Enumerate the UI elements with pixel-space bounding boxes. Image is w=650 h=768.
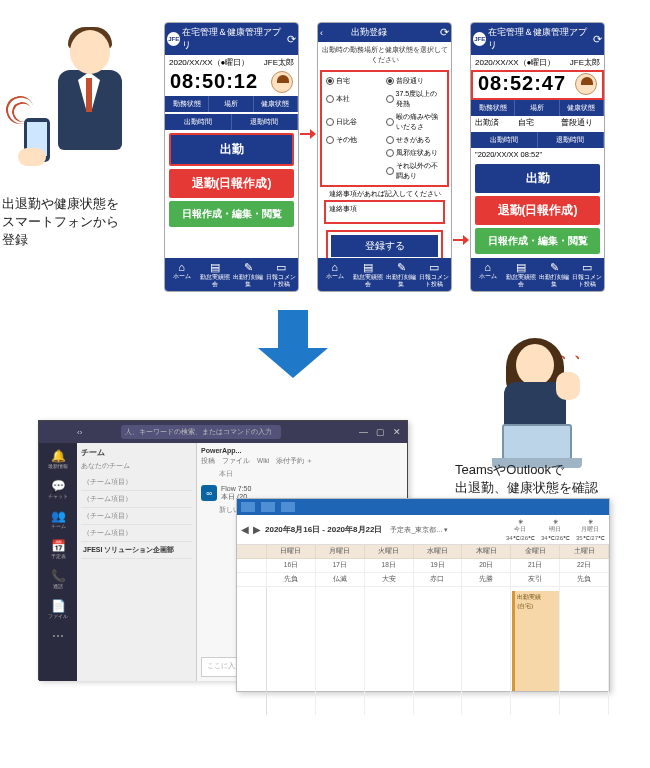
opt-other-place[interactable]: その他 bbox=[326, 135, 384, 145]
day-header: 火曜日 bbox=[365, 545, 414, 559]
nav-history[interactable]: ▤勤怠実績照会 bbox=[198, 261, 231, 288]
attend-button[interactable]: 出勤 bbox=[475, 164, 600, 193]
opt-cough[interactable]: せきがある bbox=[386, 135, 444, 145]
tab-status[interactable]: 勤務状態 bbox=[165, 96, 209, 112]
nav-comment[interactable]: ▭日報コメント投稿 bbox=[265, 261, 298, 288]
back-icon[interactable]: ‹ bbox=[320, 28, 323, 38]
next-week-icon[interactable]: ▶ bbox=[253, 524, 261, 535]
attend-button[interactable]: 出勤 bbox=[169, 133, 294, 166]
opt-other-ill[interactable]: それ以外の不調あり bbox=[386, 161, 444, 181]
opt-hibiya[interactable]: 日比谷 bbox=[326, 112, 384, 132]
team-item[interactable]: （チーム項目） bbox=[81, 508, 192, 525]
rokuyou: 大安 bbox=[365, 573, 414, 587]
nav-edit[interactable]: ✎出勤打刻編集 bbox=[538, 261, 571, 288]
tab-clock-out[interactable]: 退勤時間 bbox=[232, 114, 299, 130]
rail-calendar[interactable]: 📅予定表 bbox=[51, 539, 66, 559]
nav-comment[interactable]: ▭日報コメント投稿 bbox=[571, 261, 604, 288]
day-number[interactable]: 19日 bbox=[414, 559, 463, 573]
report-button[interactable]: 日報作成・編集・閲覧 bbox=[169, 201, 294, 227]
health-options-group: 自宅 普段通り 本社 37.5度以上の発熱 日比谷 喉の痛みや強いだるさ その他… bbox=[320, 70, 449, 187]
note-input[interactable]: 連絡事項 bbox=[324, 200, 445, 224]
date-range: 2020年8月16日 - 2020年8月22日 bbox=[265, 524, 382, 535]
calendar-selector[interactable]: 予定表_東京都... ▾ bbox=[390, 525, 448, 535]
nav-edit[interactable]: ✎出勤打刻編集 bbox=[232, 261, 265, 288]
opt-hq[interactable]: 本社 bbox=[326, 89, 384, 109]
list-icon: ▤ bbox=[198, 261, 231, 274]
rail-teams[interactable]: 👥チーム bbox=[51, 509, 66, 529]
refresh-icon[interactable]: ⟳ bbox=[287, 33, 296, 46]
calendar-icon: 📅 bbox=[51, 539, 66, 553]
leave-button[interactable]: 退勤(日報作成) bbox=[169, 169, 294, 198]
outlook-ribbon bbox=[237, 499, 609, 515]
rail-activity[interactable]: 🔔最新情報 bbox=[48, 449, 68, 469]
nav-comment[interactable]: ▭日報コメント投稿 bbox=[418, 261, 451, 288]
chat-icon: 💬 bbox=[48, 479, 68, 493]
report-button[interactable]: 日報作成・編集・閲覧 bbox=[475, 228, 600, 254]
day-number[interactable]: 22日 bbox=[560, 559, 609, 573]
nav-home[interactable]: ⌂ホーム bbox=[165, 261, 198, 288]
calendar-body[interactable]: 出勤実績(自宅) bbox=[237, 587, 609, 715]
ribbon-button[interactable] bbox=[261, 502, 275, 512]
refresh-icon[interactable]: ⟳ bbox=[440, 26, 449, 39]
chat-icon: ▭ bbox=[571, 261, 604, 274]
tab-place[interactable]: 場所 bbox=[515, 100, 559, 116]
calendar-event[interactable]: 出勤実績(自宅) bbox=[512, 591, 559, 691]
rail-chat[interactable]: 💬チャット bbox=[48, 479, 68, 499]
teams-search-input[interactable]: 人、キーワードの検索、またはコマンドの入力 bbox=[121, 425, 281, 439]
register-button[interactable]: 登録する bbox=[331, 235, 438, 257]
opt-home[interactable]: 自宅 bbox=[326, 76, 384, 86]
weather-strip: ☀今日34℃/26℃ ☀明日34℃/26℃ ☀月曜日35℃/27℃ bbox=[506, 518, 605, 541]
tab-status[interactable]: 勤務状態 bbox=[471, 100, 515, 116]
nav-history[interactable]: ▤勤怠実績照会 bbox=[504, 261, 537, 288]
jfe-logo-icon: JFE bbox=[167, 32, 180, 46]
refresh-icon[interactable]: ⟳ bbox=[593, 33, 602, 46]
team-item-active[interactable]: JFESI ソリューション企画部 bbox=[81, 542, 192, 559]
channel-tabs[interactable]: 投稿 ファイル Wiki 添付予約 ＋ bbox=[201, 457, 403, 466]
team-item[interactable]: （チーム項目） bbox=[81, 491, 192, 508]
date-label: 2020/XX/XX（●曜日） bbox=[169, 57, 249, 68]
tab-clock-in[interactable]: 出勤時間 bbox=[165, 114, 232, 130]
leave-button[interactable]: 退勤(日報作成) bbox=[475, 196, 600, 225]
rail-calls[interactable]: 📞通話 bbox=[51, 569, 66, 589]
nav-edit[interactable]: ✎出勤打刻編集 bbox=[385, 261, 418, 288]
tab-health[interactable]: 健康状態 bbox=[254, 96, 298, 112]
list-icon: ▤ bbox=[504, 261, 537, 274]
day-number[interactable]: 16日 bbox=[267, 559, 316, 573]
rail-more[interactable]: ⋯ bbox=[52, 629, 64, 643]
nav-home[interactable]: ⌂ホーム bbox=[471, 261, 504, 288]
rokuyou: 先勝 bbox=[462, 573, 511, 587]
flow-arrow-icon bbox=[300, 128, 316, 144]
day-number[interactable]: 21日 bbox=[511, 559, 560, 573]
nav-history[interactable]: ▤勤怠実績照会 bbox=[351, 261, 384, 288]
phone-screen-home: JFE 在宅管理＆健康管理アプリ ⟳ 2020/XX/XX（●曜日） JFE太郎… bbox=[164, 22, 299, 292]
nav-home[interactable]: ⌂ホーム bbox=[318, 261, 351, 288]
chat-icon: ▭ bbox=[265, 261, 298, 274]
day-number[interactable]: 17日 bbox=[316, 559, 365, 573]
rokuyou: 仏滅 bbox=[316, 573, 365, 587]
tab-health[interactable]: 健康状態 bbox=[560, 100, 604, 116]
tab-place[interactable]: 場所 bbox=[209, 96, 253, 112]
app-header: ‹ 出勤登録 ⟳ bbox=[318, 23, 451, 42]
team-item[interactable]: （チーム項目） bbox=[81, 474, 192, 491]
rail-files[interactable]: 📄ファイル bbox=[48, 599, 68, 619]
opt-cold[interactable]: 風邪症状あり bbox=[386, 148, 444, 158]
minimize-icon[interactable]: — bbox=[359, 427, 368, 437]
nav-fwd-icon[interactable]: › bbox=[80, 428, 83, 437]
flow-time: 7:50 bbox=[238, 485, 252, 492]
close-icon[interactable]: ✕ bbox=[393, 427, 401, 437]
user-avatar-icon bbox=[271, 71, 293, 93]
day-number[interactable]: 18日 bbox=[365, 559, 414, 573]
screen-title: 出勤登録 bbox=[351, 26, 387, 39]
maximize-icon[interactable]: ▢ bbox=[376, 427, 385, 437]
ribbon-button[interactable] bbox=[241, 502, 255, 512]
team-item[interactable]: （チーム項目） bbox=[81, 525, 192, 542]
day-number[interactable]: 20日 bbox=[462, 559, 511, 573]
prev-week-icon[interactable]: ◀ bbox=[241, 524, 249, 535]
opt-fever[interactable]: 37.5度以上の発熱 bbox=[386, 89, 444, 109]
opt-normal[interactable]: 普段通り bbox=[386, 76, 444, 86]
ribbon-button[interactable] bbox=[281, 502, 295, 512]
tab-clock-out[interactable]: 退勤時間 bbox=[538, 132, 605, 148]
opt-throat[interactable]: 喉の痛みや強いだるさ bbox=[386, 112, 444, 132]
home-icon: ⌂ bbox=[165, 261, 198, 273]
tab-clock-in[interactable]: 出勤時間 bbox=[471, 132, 538, 148]
